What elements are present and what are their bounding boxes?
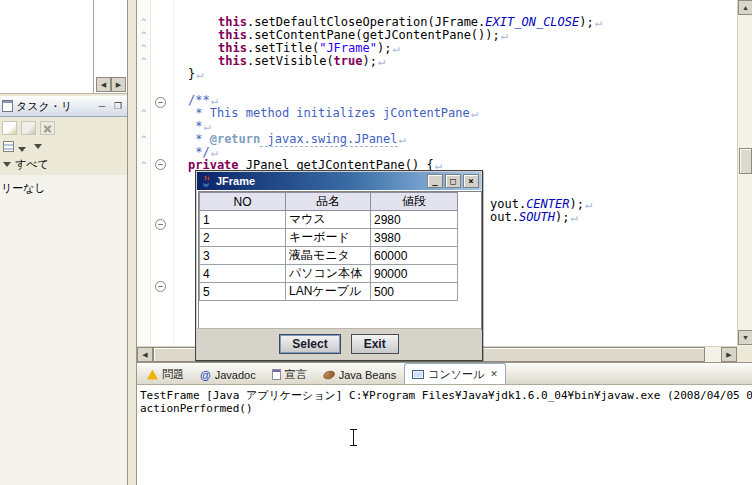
task-filter-dropdown[interactable]: すべて — [0, 156, 127, 173]
table-cell[interactable]: 90000 — [371, 265, 458, 283]
table-scrollpane[interactable]: NO品名値段1マウス29802キーボード39803液晶モニタ600004パソコン… — [198, 191, 482, 330]
group-by-menu[interactable] — [3, 138, 26, 156]
no-category-label: リーなし — [1, 181, 46, 196]
change-marker: ^ — [141, 30, 146, 40]
table-row[interactable]: 3液晶モニタ60000 — [200, 247, 458, 265]
code-token: CENTER — [526, 197, 569, 211]
table-cell[interactable]: 1 — [200, 211, 286, 229]
scroll-left-icon[interactable]: ◀ — [137, 347, 153, 362]
jframe-titlebar[interactable]: JFrame _ □ × — [197, 172, 481, 190]
tab-javadoc[interactable]: @Javadoc — [192, 364, 264, 384]
eclipse-window: ◀ ▶ タスク・リ ─ ❐ すべて リーなし — [0, 0, 752, 485]
table-cell[interactable]: 2980 — [371, 211, 458, 229]
minimize-button[interactable]: _ — [427, 174, 443, 188]
annotation-ruler[interactable]: ^^^^^^^ — [137, 0, 151, 346]
collapse-fold-icon[interactable]: − — [155, 281, 166, 292]
code-token: .setDefaultCloseOperation(JFrame. — [247, 15, 485, 29]
table-row[interactable]: 2キーボード3980 — [200, 229, 458, 247]
code-line[interactable]: this.setVisible(true);↵ — [218, 55, 385, 68]
table-cell[interactable]: 500 — [371, 283, 458, 301]
table-row[interactable]: 4パソコン本体90000 — [200, 265, 458, 283]
table-cell[interactable]: 5 — [200, 283, 286, 301]
code-token: SOUTH — [519, 210, 555, 224]
collapse-fold-icon[interactable]: − — [155, 159, 166, 170]
code-fragment[interactable]: out.SOUTH);↵ — [490, 211, 578, 224]
table-cell[interactable]: キーボード — [286, 229, 371, 247]
console-output[interactable]: TestFrame [Java アプリケーション] C:¥Program Fil… — [137, 385, 752, 485]
task-view-header[interactable]: タスク・リ ─ ❐ — [0, 96, 127, 117]
dialog-button-row: SelectExit — [197, 328, 481, 359]
tab-java-beans[interactable]: Java Beans — [315, 364, 404, 384]
task-view-title: タスク・リ — [16, 99, 95, 114]
tab-label: 問題 — [162, 367, 184, 382]
table-cell[interactable]: 3980 — [371, 229, 458, 247]
maximize-button[interactable]: □ — [445, 174, 461, 188]
close-icon[interactable]: ✕ — [490, 369, 498, 379]
line-delimiter-icon: ↵ — [203, 119, 210, 133]
tab-宣言[interactable]: 宣言 — [264, 364, 315, 384]
code-token: "JFrame" — [319, 41, 377, 55]
line-delimiter-icon: ↵ — [399, 132, 406, 146]
table-cell[interactable]: 2 — [200, 229, 286, 247]
close-button[interactable]: × — [463, 174, 479, 188]
table-row[interactable]: 1マウス2980 — [200, 211, 458, 229]
table-header-cell[interactable]: 値段 — [371, 193, 458, 211]
code-line[interactable]: * This method initializes jContentPane↵ — [188, 107, 478, 120]
vertical-sash[interactable] — [127, 0, 137, 485]
task-view-toolbar-2 — [0, 138, 127, 155]
table-cell[interactable]: 3 — [200, 247, 286, 265]
exit-button[interactable]: Exit — [351, 334, 399, 354]
collapse-fold-icon[interactable]: − — [155, 97, 166, 108]
vertical-scroll-thumb[interactable] — [739, 148, 752, 174]
scroll-right-icon[interactable]: ▶ — [721, 347, 737, 362]
table-cell[interactable]: 液晶モニタ — [286, 247, 371, 265]
folding-margin[interactable]: −−−− — [152, 0, 174, 346]
new-task-icon[interactable] — [2, 121, 17, 135]
code-line[interactable]: * @return javax.swing.JPanel↵ — [188, 133, 406, 146]
scroll-up-icon[interactable]: ▲ — [738, 0, 752, 15]
collapse-fold-icon[interactable]: − — [155, 219, 166, 230]
line-delimiter-icon: ↵ — [585, 197, 592, 211]
code-token: @return — [210, 132, 261, 146]
scroll-down-icon[interactable]: ▼ — [738, 330, 752, 345]
scroll-right-icon[interactable]: ▶ — [111, 77, 126, 92]
code-token: ); — [377, 41, 391, 55]
view-menu-icon[interactable] — [34, 144, 42, 149]
scroll-left-icon[interactable]: ◀ — [96, 77, 111, 92]
jframe-title: JFrame — [216, 175, 427, 187]
java-icon — [199, 174, 213, 188]
text-cursor — [349, 429, 358, 446]
code-token: * — [188, 119, 202, 133]
table-cell[interactable]: LANケーブル — [286, 283, 371, 301]
code-line[interactable]: }↵ — [188, 68, 203, 81]
task-view-content: リーなし — [0, 175, 127, 485]
table-cell[interactable]: パソコン本体 — [286, 265, 371, 283]
code-token: ); — [569, 197, 583, 211]
line-delimiter-icon: ↵ — [595, 15, 602, 29]
task-filter-label: すべて — [15, 157, 49, 172]
table-cell[interactable]: 60000 — [371, 247, 458, 265]
code-token: javax.swing.JPanel — [260, 132, 397, 147]
tab-問題[interactable]: 問題 — [139, 364, 192, 384]
editor-vertical-scrollbar[interactable]: ▲ ▼ — [737, 0, 752, 346]
table-row[interactable]: 5LANケーブル500 — [200, 283, 458, 301]
mini-horizontal-scrollbar[interactable]: ◀ ▶ — [96, 77, 126, 92]
table-cell[interactable]: マウス — [286, 211, 371, 229]
view-maximize-icon[interactable]: ❐ — [111, 101, 125, 111]
console-tabbar: 問題@Javadoc宣言Java Beansコンソール✕ — [137, 363, 752, 385]
tab-コンソール[interactable]: コンソール✕ — [404, 363, 506, 384]
view-minimize-icon[interactable]: ─ — [95, 101, 109, 111]
code-token: this — [218, 15, 247, 29]
product-table[interactable]: NO品名値段1マウス29802キーボード39803液晶モニタ600004パソコン… — [199, 192, 458, 301]
delete-task-icon[interactable] — [40, 121, 55, 135]
line-delimiter-icon: ↵ — [392, 41, 399, 55]
tab-label: 宣言 — [285, 367, 307, 382]
select-button[interactable]: Select — [279, 334, 340, 354]
problems-icon — [147, 370, 158, 380]
table-cell[interactable]: 4 — [200, 265, 286, 283]
table-header-cell[interactable]: 品名 — [286, 193, 371, 211]
jframe-window[interactable]: JFrame _ □ × NO品名値段1マウス29802キーボード39803液晶… — [195, 170, 483, 361]
code-token: true — [334, 54, 363, 68]
table-header-cell[interactable]: NO — [200, 193, 286, 211]
complete-task-icon[interactable] — [21, 121, 36, 135]
